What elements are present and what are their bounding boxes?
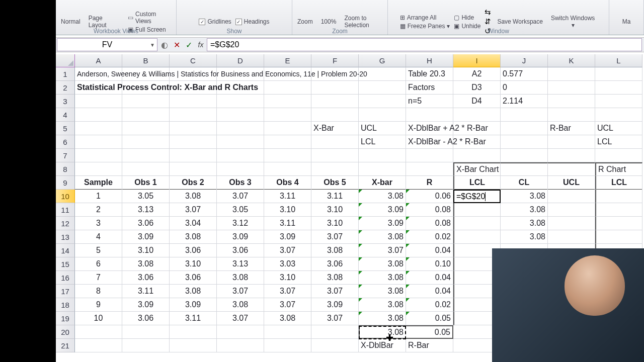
xbar-value[interactable]: 3.08 — [359, 312, 406, 325]
obs3[interactable]: 3.08 — [217, 298, 264, 312]
obs1[interactable]: 3.05 — [122, 190, 170, 203]
xbar-value[interactable]: 3.08 — [359, 230, 406, 244]
header-lcl[interactable]: LCL — [595, 176, 642, 190]
cl-value[interactable]: 3.08 — [501, 203, 548, 217]
row-header-9[interactable]: 9 — [56, 176, 75, 190]
obs2[interactable]: 3.04 — [170, 217, 217, 230]
obs3[interactable]: 3.13 — [217, 257, 264, 271]
obs1[interactable]: 3.11 — [122, 285, 170, 298]
column-header-F[interactable]: F — [311, 54, 359, 67]
factor-d4-label[interactable]: D4 — [453, 95, 501, 108]
header-lcl[interactable]: LCL — [453, 176, 501, 190]
cl-value[interactable]: 3.08 — [501, 190, 548, 203]
header-obs-3[interactable]: Obs 3 — [217, 176, 264, 190]
xbar-chart-label[interactable]: X-Bar Chart — [453, 162, 501, 176]
header-obs-4[interactable]: Obs 4 — [264, 176, 311, 190]
r-value[interactable]: 0.05 — [406, 312, 453, 325]
scroll-icon[interactable]: ⇵ — [485, 17, 491, 26]
row-header-2[interactable]: 2 — [56, 81, 75, 95]
obs2[interactable]: 3.08 — [170, 230, 217, 244]
sample-num[interactable]: 8 — [75, 285, 122, 298]
sample-num[interactable]: 3 — [75, 217, 122, 230]
column-header-B[interactable]: B — [122, 54, 170, 67]
obs4[interactable]: 3.10 — [264, 271, 311, 285]
sample-num[interactable]: 10 — [75, 312, 122, 325]
obs3[interactable]: 3.06 — [217, 244, 264, 257]
obs3[interactable]: 3.08 — [217, 271, 264, 285]
xbar-value[interactable]: 3.09 — [359, 217, 406, 230]
row-header-13[interactable]: 13 — [56, 230, 75, 244]
column-header-L[interactable]: L — [595, 54, 642, 67]
cancel-button[interactable]: ✕ — [171, 38, 183, 51]
title-text[interactable]: Anderson, Sweeney & Williams | Statistic… — [75, 67, 122, 81]
rbar-label[interactable]: R-Bar — [548, 122, 595, 135]
cell-editor[interactable]: =$G$20 — [453, 190, 501, 203]
r-value[interactable]: 0.04 — [406, 271, 453, 285]
obs4[interactable]: 3.08 — [264, 312, 311, 325]
obs4[interactable]: 3.11 — [264, 190, 311, 203]
row-header-15[interactable]: 15 — [56, 257, 75, 271]
sync-icon[interactable]: ⇆ — [485, 8, 491, 17]
row-header-14[interactable]: 14 — [56, 244, 75, 257]
obs4[interactable]: 3.07 — [264, 298, 311, 312]
rbar-label[interactable]: R-Bar — [406, 339, 453, 352]
obs2[interactable]: 3.11 — [170, 312, 217, 325]
row-header-10[interactable]: 10 — [56, 190, 75, 203]
r-value[interactable]: 0.10 — [406, 257, 453, 271]
xbar-value[interactable]: 3.09 — [359, 203, 406, 217]
normal-view-button[interactable]: Normal — [59, 17, 83, 26]
arrange-all-button[interactable]: ⊞Arrange All — [400, 14, 450, 21]
r-chart-label[interactable]: R Chart — [595, 162, 642, 176]
zoom-100-button[interactable]: 100% — [319, 17, 339, 26]
ucl-formula[interactable]: X-DblBar + A2 * R-Bar — [406, 122, 453, 135]
obs2[interactable]: 3.07 — [170, 203, 217, 217]
table-label[interactable]: Table 20.3 — [406, 67, 453, 81]
xbar-value[interactable]: 3.08 — [359, 190, 406, 203]
subtitle-text[interactable]: Statistical Process Control: X-Bar and R… — [75, 81, 122, 95]
formula-input[interactable]: =$G$20 — [207, 38, 642, 51]
row-header-7[interactable]: 7 — [56, 149, 75, 162]
r-value[interactable]: 0.08 — [406, 217, 453, 230]
column-header-K[interactable]: K — [548, 54, 595, 67]
obs4[interactable]: 3.07 — [264, 285, 311, 298]
obs3[interactable]: 3.12 — [217, 217, 264, 230]
chevron-down-icon[interactable]: ▼ — [150, 42, 155, 48]
r-value[interactable]: 0.08 — [406, 203, 453, 217]
lcl-label[interactable]: LCL — [359, 135, 406, 149]
row-header-6[interactable]: 6 — [56, 135, 75, 149]
obs3[interactable]: 3.07 — [217, 190, 264, 203]
enter-button[interactable]: ✓ — [183, 38, 195, 51]
ucl-label[interactable]: UCL — [359, 122, 406, 135]
lcl-formula[interactable]: X-DblBar - A2 * R-Bar — [406, 135, 453, 149]
row-header-8[interactable]: 8 — [56, 162, 75, 176]
factor-d3-value[interactable]: 0 — [501, 81, 548, 95]
obs5[interactable]: 3.10 — [311, 203, 359, 217]
obs1[interactable]: 3.10 — [122, 244, 170, 257]
obs3[interactable]: 3.07 — [217, 285, 264, 298]
obs1[interactable]: 3.06 — [122, 217, 170, 230]
obs1[interactable]: 3.09 — [122, 298, 170, 312]
obs5[interactable]: 3.07 — [311, 230, 359, 244]
obs2[interactable]: 3.08 — [170, 285, 217, 298]
cl-value[interactable]: 3.08 — [501, 230, 548, 244]
column-header-C[interactable]: C — [170, 54, 217, 67]
obs2[interactable]: 3.10 — [170, 257, 217, 271]
obs5[interactable]: 3.08 — [311, 271, 359, 285]
xbar-value[interactable]: 3.08 — [359, 285, 406, 298]
sample-num[interactable]: 9 — [75, 298, 122, 312]
obs4[interactable]: 3.10 — [264, 203, 311, 217]
obs2[interactable]: 3.08 — [170, 190, 217, 203]
obs4[interactable]: 3.07 — [264, 244, 311, 257]
obs1[interactable]: 3.08 — [122, 257, 170, 271]
obs5[interactable]: 3.07 — [311, 312, 359, 325]
save-workspace-button[interactable]: Save Workspace — [495, 17, 545, 26]
r-value[interactable]: 0.02 — [406, 298, 453, 312]
obs5[interactable]: 3.08 — [311, 244, 359, 257]
factors-label[interactable]: Factors — [406, 81, 453, 95]
obs3[interactable]: 3.09 — [217, 230, 264, 244]
xbar-label[interactable]: X-Bar — [311, 122, 359, 135]
sample-num[interactable]: 2 — [75, 203, 122, 217]
header-r[interactable]: R — [406, 176, 453, 190]
r-value[interactable]: 0.04 — [406, 244, 453, 257]
obs3[interactable]: 3.07 — [217, 312, 264, 325]
